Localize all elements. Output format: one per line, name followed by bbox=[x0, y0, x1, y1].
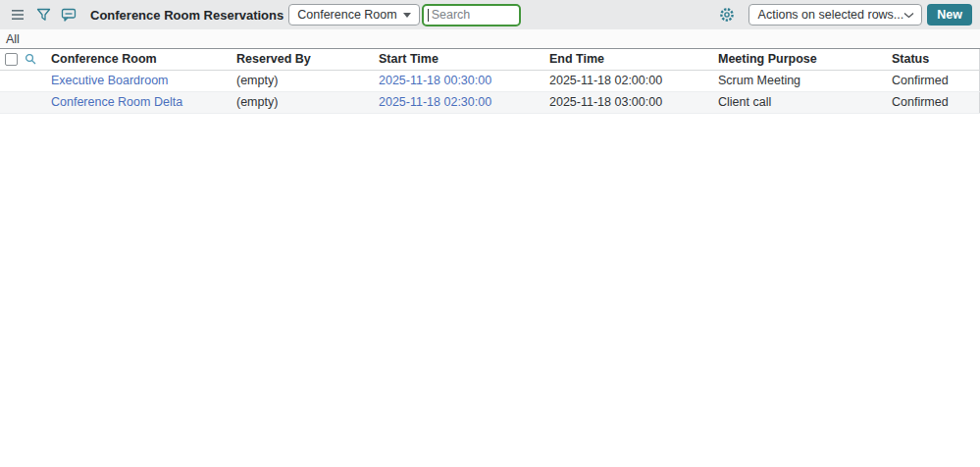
cell-reserved-by: (empty) bbox=[232, 92, 375, 114]
row-info-cell bbox=[22, 92, 47, 114]
cell-reserved-by: (empty) bbox=[232, 71, 375, 92]
new-button[interactable]: New bbox=[927, 4, 972, 26]
list-menu-icon[interactable] bbox=[10, 7, 26, 23]
col-header-meeting-purpose[interactable]: Meeting Purpose bbox=[714, 49, 888, 71]
table-header-row: Conference Room Reserved By Start Time E… bbox=[0, 49, 980, 71]
list-header-bar: Conference Room Reservations Conference … bbox=[0, 0, 980, 29]
gear-icon[interactable] bbox=[719, 7, 735, 23]
cell-meeting-purpose: Client call bbox=[714, 92, 888, 114]
col-header-conference-room[interactable]: Conference Room bbox=[47, 49, 232, 71]
cell-meeting-purpose: Scrum Meeting bbox=[714, 71, 888, 92]
cell-conference-room-link[interactable]: Conference Room Delta bbox=[51, 95, 182, 109]
cell-status: Confirmed bbox=[888, 92, 980, 114]
cell-status: Confirmed bbox=[888, 71, 980, 92]
cell-end-time: 2025-11-18 03:00:00 bbox=[545, 92, 714, 114]
select-all-checkbox[interactable] bbox=[5, 53, 18, 66]
breadcrumb: All bbox=[0, 29, 980, 49]
table-selector-dropdown[interactable]: Conference Room bbox=[288, 4, 419, 26]
column-search-icon[interactable] bbox=[25, 49, 37, 70]
table-selector-label: Conference Room bbox=[297, 8, 396, 22]
row-checkbox-cell bbox=[0, 92, 22, 114]
row-info-cell bbox=[22, 71, 47, 92]
col-header-status[interactable]: Status bbox=[888, 49, 980, 71]
cell-start-time-link[interactable]: 2025-11-18 02:30:00 bbox=[379, 95, 491, 109]
cell-end-time: 2025-11-18 02:00:00 bbox=[545, 71, 714, 92]
search-input[interactable] bbox=[422, 4, 521, 26]
row-checkbox-cell bbox=[0, 71, 22, 92]
col-header-start-time[interactable]: Start Time bbox=[375, 49, 545, 71]
reservations-table: Conference Room Reserved By Start Time E… bbox=[0, 49, 980, 114]
cell-conference-room-link[interactable]: Executive Boardroom bbox=[51, 74, 169, 87]
actions-select-value: Actions on selected rows... bbox=[758, 8, 904, 22]
col-header-reserved-by[interactable]: Reserved By bbox=[232, 49, 375, 71]
cell-start-time-link[interactable]: 2025-11-18 00:30:00 bbox=[379, 74, 491, 87]
dropdown-caret-icon bbox=[403, 13, 411, 18]
filter-icon[interactable] bbox=[35, 7, 51, 23]
table-row: Executive Boardroom (empty) 2025-11-18 0… bbox=[0, 71, 980, 92]
page-title: Conference Room Reservations bbox=[90, 8, 284, 23]
table-row: Conference Room Delta (empty) 2025-11-18… bbox=[0, 92, 980, 114]
chat-icon[interactable] bbox=[61, 7, 77, 23]
breadcrumb-all[interactable]: All bbox=[6, 32, 20, 46]
actions-select[interactable]: Actions on selected rows... bbox=[748, 4, 923, 26]
chevron-down-icon bbox=[903, 12, 914, 19]
search-wrap bbox=[422, 4, 521, 26]
col-header-end-time[interactable]: End Time bbox=[545, 49, 714, 71]
text-caret bbox=[428, 9, 429, 22]
